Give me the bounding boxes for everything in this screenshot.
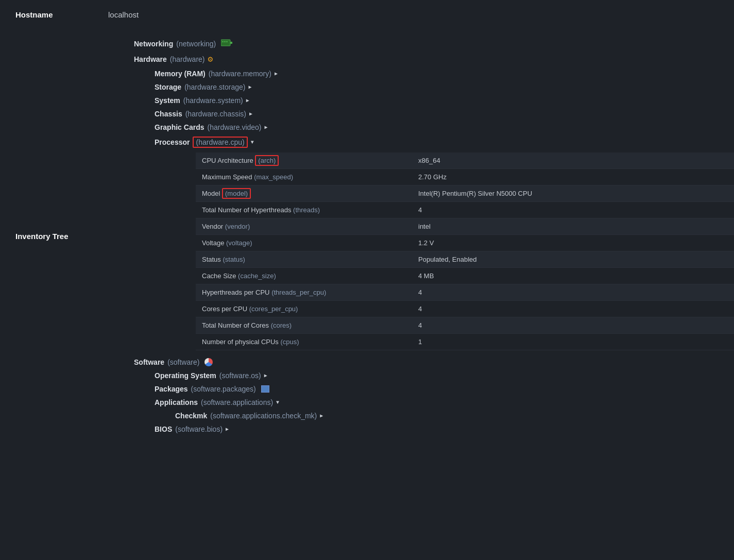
table-row: Total Number of Hyperthreads (threads)4 <box>196 202 734 218</box>
tree-item-networking[interactable]: Networking (networking) <box>113 36 724 52</box>
bios-arrow: ▶ <box>226 426 229 432</box>
system-key: (hardware.system) <box>183 96 243 105</box>
table-row: Model (model)Intel(R) Pentium(R) Silver … <box>196 185 734 202</box>
checkmk-arrow: ▶ <box>320 413 323 419</box>
tree-item-packages[interactable]: Packages (software.packages) <box>113 382 724 396</box>
processor-label: Processor <box>155 138 190 146</box>
applications-key: (software.applications) <box>201 398 273 406</box>
row-value-cell: x86_64 <box>412 152 734 169</box>
row-name-cell: Model (model) <box>196 185 412 202</box>
processor-key-highlight: (hardware.cpu) <box>193 137 247 148</box>
row-value-cell: 4 MB <box>412 268 734 284</box>
row-name: Voltage <box>202 239 224 247</box>
table-row: Cores per CPU (cores_per_cpu)4 <box>196 301 734 317</box>
row-name-cell: Cache Size (cache_size) <box>196 268 412 284</box>
row-value-cell: Populated, Enabled <box>412 251 734 268</box>
hostname-label: Hostname <box>15 10 98 19</box>
tree-item-memory[interactable]: Memory (RAM) (hardware.memory) ▶ <box>113 67 724 80</box>
svg-rect-2 <box>224 41 226 42</box>
row-name-cell: Voltage (voltage) <box>196 235 412 251</box>
table-row: Maximum Speed (max_speed)2.70 GHz <box>196 169 734 185</box>
tree-item-processor[interactable]: Processor (hardware.cpu) ▼ <box>113 134 724 150</box>
row-name-cell: Total Number of Hyperthreads (threads) <box>196 202 412 218</box>
row-value-cell: 1 <box>412 334 734 350</box>
row-name: CPU Architecture <box>202 157 255 164</box>
table-row: Total Number of Cores (cores)4 <box>196 317 734 334</box>
memory-label: Memory (RAM) <box>155 70 206 78</box>
os-label: Operating System <box>155 371 216 380</box>
bios-key: (software.bios) <box>175 425 223 433</box>
hardware-icon: ⚙ <box>208 54 213 64</box>
tree-item-checkmk[interactable]: Checkmk (software.applications.check_mk)… <box>113 409 724 422</box>
system-arrow: ▶ <box>246 97 249 104</box>
tree-item-graphic-cards[interactable]: Graphic Cards (hardware.video) ▶ <box>113 121 724 134</box>
processor-data-section: CPU Architecture (arch)x86_64Maximum Spe… <box>113 152 724 350</box>
row-key: (status) <box>223 256 245 263</box>
row-key: (cores) <box>271 321 292 329</box>
software-icon <box>204 358 213 366</box>
hardware-label: Hardware <box>134 55 167 63</box>
row-key: (max_speed) <box>254 173 293 181</box>
memory-key: (hardware.memory) <box>209 70 271 78</box>
row-value-cell: 4 <box>412 284 734 301</box>
software-label: Software <box>134 358 164 366</box>
row-name-cell: Total Number of Cores (cores) <box>196 317 412 334</box>
tree-item-applications[interactable]: Applications (software.applications) ▼ <box>113 396 724 409</box>
row-name: Cache Size <box>202 272 236 280</box>
checkmk-label: Checkmk <box>175 412 207 420</box>
row-name: Status <box>202 256 221 263</box>
row-name: Total Number of Cores <box>202 321 269 329</box>
row-name-cell: Status (status) <box>196 251 412 268</box>
row-value-cell: 4 <box>412 317 734 334</box>
tree-item-os[interactable]: Operating System (software.os) ▶ <box>113 369 724 382</box>
packages-icon <box>261 385 269 393</box>
row-name-cell: Vendor (vendor) <box>196 218 412 235</box>
networking-label: Networking <box>134 40 173 48</box>
inventory-tree-label: Inventory Tree <box>15 232 69 241</box>
table-row: Cache Size (cache_size)4 MB <box>196 268 734 284</box>
row-value-cell: 1.2 V <box>412 235 734 251</box>
applications-label: Applications <box>155 398 198 406</box>
row-value-cell: Intel(R) Pentium(R) Silver N5000 CPU <box>412 185 734 202</box>
table-row: Number of physical CPUs (cpus)1 <box>196 334 734 350</box>
row-key-highlighted: (arch) <box>255 155 279 166</box>
row-name-cell: Hyperthreads per CPU (threads_per_cpu) <box>196 284 412 301</box>
row-key: (cores_per_cpu) <box>249 305 298 313</box>
memory-arrow: ▶ <box>275 71 278 77</box>
tree-item-system[interactable]: System (hardware.system) ▶ <box>113 94 724 107</box>
packages-key: (software.packages) <box>191 385 256 393</box>
chassis-arrow: ▶ <box>249 111 252 117</box>
row-key: (threads_per_cpu) <box>271 289 326 296</box>
row-value-cell: 2.70 GHz <box>412 169 734 185</box>
os-arrow: ▶ <box>264 372 267 379</box>
system-label: System <box>155 96 180 105</box>
tree-item-software[interactable]: Software (software) <box>113 355 724 369</box>
chassis-label: Chassis <box>155 110 182 118</box>
table-row: CPU Architecture (arch)x86_64 <box>196 152 734 169</box>
row-name: Total Number of Hyperthreads <box>202 206 291 214</box>
row-name: Cores per CPU <box>202 305 247 313</box>
tree-item-chassis[interactable]: Chassis (hardware.chassis) ▶ <box>113 107 724 121</box>
svg-rect-0 <box>221 40 230 46</box>
software-key: (software) <box>167 358 199 366</box>
row-key: (threads) <box>293 206 320 214</box>
table-row: Vendor (vendor)intel <box>196 218 734 235</box>
storage-label: Storage <box>155 83 181 91</box>
graphic-cards-arrow: ▶ <box>265 124 268 130</box>
tree-item-storage[interactable]: Storage (hardware.storage) ▶ <box>113 80 724 94</box>
row-name-cell: Maximum Speed (max_speed) <box>196 169 412 185</box>
row-name: Model <box>202 190 222 197</box>
checkmk-key: (software.applications.check_mk) <box>210 412 317 420</box>
row-name-cell: CPU Architecture (arch) <box>196 152 412 169</box>
hardware-key: (hardware) <box>170 55 205 63</box>
row-name-cell: Cores per CPU (cores_per_cpu) <box>196 301 412 317</box>
tree-item-hardware[interactable]: Hardware (hardware) ⚙ <box>113 52 724 67</box>
storage-key: (hardware.storage) <box>184 83 245 91</box>
bios-label: BIOS <box>155 425 172 433</box>
row-key-highlighted: (model) <box>222 188 251 199</box>
tree-item-bios[interactable]: BIOS (software.bios) ▶ <box>113 422 724 436</box>
storage-arrow: ▶ <box>248 84 251 90</box>
row-name: Vendor <box>202 223 223 230</box>
os-key: (software.os) <box>219 371 261 380</box>
packages-label: Packages <box>155 385 188 393</box>
